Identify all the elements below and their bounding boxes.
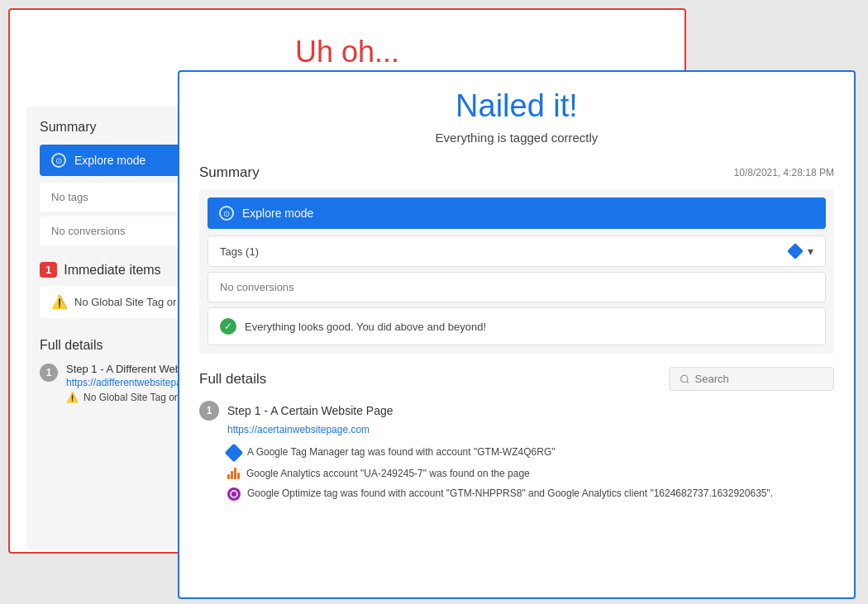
- no-conversions-text: No conversions: [220, 281, 294, 293]
- tags-row-icons: ▾: [789, 245, 813, 258]
- back-step-title: Step 1 - A Different Web...: [66, 363, 190, 375]
- back-step-circle: 1: [40, 364, 58, 382]
- immediate-title-text: Immediate items: [64, 263, 160, 278]
- step-1-link[interactable]: https://acertainwebsitepage.com: [227, 424, 834, 435]
- everything-good-text: Everything looks good. You did above and…: [245, 321, 486, 333]
- back-step-warning-icon: ⚠️: [66, 392, 79, 403]
- explore-compass-icon: ⊙: [219, 206, 234, 221]
- step-1-circle: 1: [199, 401, 219, 421]
- step-1-section: 1 Step 1 - A Certain Website Page https:…: [199, 401, 834, 505]
- nailed-it-card: Nailed it! Everything is tagged correctl…: [178, 70, 856, 599]
- diamond-icon: [787, 243, 804, 259]
- explore-mode-label: Explore mode: [242, 207, 313, 220]
- search-box[interactable]: [669, 367, 834, 391]
- summary-box: ⊙ Explore mode Tags (1) ▾ No conversions…: [199, 189, 834, 354]
- immediate-badge: 1: [40, 262, 57, 278]
- svg-point-0: [681, 375, 688, 382]
- step-1-title: Step 1 - A Certain Website Page: [227, 404, 393, 417]
- nailed-it-title: Nailed it!: [199, 88, 834, 124]
- ga-icon: [227, 468, 240, 479]
- summary-header: Summary 10/8/2021, 4:28:18 PM: [199, 164, 834, 181]
- nailed-it-subtitle: Everything is tagged correctly: [199, 131, 834, 145]
- chevron-down-icon: ▾: [808, 245, 813, 258]
- full-details-header: Full details: [199, 367, 834, 391]
- full-details-title: Full details: [199, 371, 266, 388]
- step-1-header: 1 Step 1 - A Certain Website Page: [199, 401, 834, 421]
- no-conversions-row: No conversions: [207, 272, 826, 302]
- summary-title: Summary: [199, 164, 260, 181]
- svg-line-1: [687, 381, 689, 383]
- warning-icon: ⚠️: [51, 294, 68, 310]
- go-icon: [227, 487, 241, 501]
- back-explore-label: Explore mode: [74, 154, 145, 167]
- detail-row-3: Google Optimize tag was found with accou…: [199, 483, 834, 505]
- search-input[interactable]: [695, 373, 823, 385]
- compass-icon: ⊙: [51, 153, 66, 168]
- detail-text-3: Google Optimize tag was found with accou…: [247, 487, 773, 499]
- detail-row-2: Google Analytics account "UA-249245-7" w…: [199, 464, 834, 483]
- detail-text-1: A Google Tag Manager tag was found with …: [247, 446, 555, 458]
- detail-row-1: A Google Tag Manager tag was found with …: [199, 442, 834, 464]
- detail-text-2: Google Analytics account "UA-249245-7" w…: [246, 468, 530, 479]
- gtm-icon: [225, 444, 244, 463]
- everything-good-row: ✓ Everything looks good. You did above a…: [207, 307, 826, 345]
- tags-label: Tags (1): [220, 245, 259, 258]
- check-icon: ✓: [220, 318, 236, 335]
- back-step-warning-text: No Global Site Tag or...: [83, 392, 185, 403]
- uh-oh-title: Uh oh...: [26, 35, 668, 69]
- tags-row[interactable]: Tags (1) ▾: [207, 235, 826, 267]
- search-icon: [680, 373, 690, 385]
- summary-timestamp: 10/8/2021, 4:28:18 PM: [734, 167, 834, 178]
- svg-point-2: [231, 491, 237, 497]
- explore-row: ⊙ Explore mode: [207, 197, 826, 229]
